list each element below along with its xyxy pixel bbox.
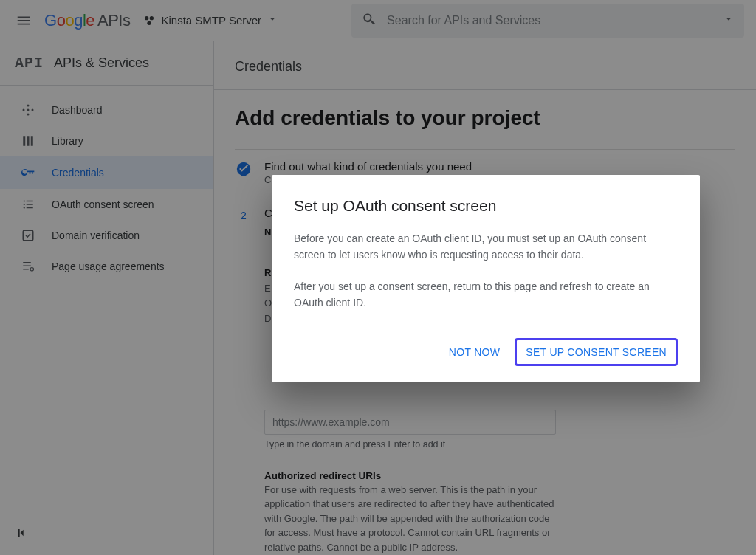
not-now-button[interactable]: NOT NOW — [440, 339, 509, 365]
set-up-consent-screen-button[interactable]: SET UP CONSENT SCREEN — [515, 338, 678, 366]
dialog-title: Set up OAuth consent screen — [294, 197, 678, 215]
oauth-consent-dialog: Set up OAuth consent screen Before you c… — [272, 175, 700, 382]
dialog-paragraph-2: After you set up a consent screen, retur… — [294, 279, 678, 311]
dialog-actions: NOT NOW SET UP CONSENT SCREEN — [294, 338, 678, 366]
dialog-paragraph-1: Before you can create an OAuth client ID… — [294, 231, 678, 263]
